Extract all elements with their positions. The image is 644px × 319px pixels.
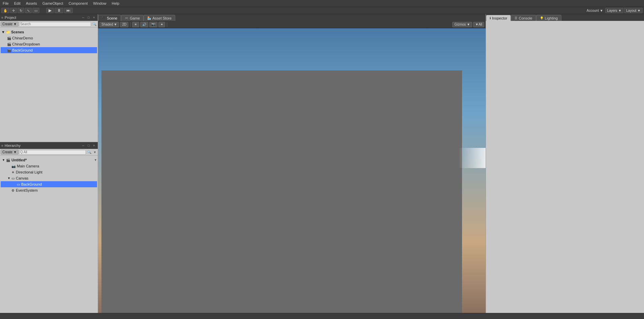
hierarchy-minimize-btn[interactable]: ─ — [81, 143, 86, 148]
project-search-input[interactable] — [19, 22, 91, 27]
menu-file[interactable]: File — [1, 1, 10, 5]
2d-label: 2D — [122, 23, 126, 26]
scene-view-toolbar: Shaded ▼ 2D ☀ 🔊 📷 ✦ Gizmos ▼ ▼All — [98, 21, 486, 28]
game-tab-label: Game — [130, 16, 140, 20]
menu-gameobject[interactable]: GameObject — [41, 1, 65, 5]
shading-dropdown[interactable]: Shaded ▼ — [99, 22, 119, 27]
inspector-tab-icon: ℹ — [490, 17, 491, 20]
scene-viewport[interactable] — [98, 28, 486, 313]
hierarchy-filter-btn[interactable]: ▼ — [93, 151, 97, 154]
left-panels: ≡ Project ─ □ × Create ▼ 🔍 ▼ 📁 Sc — [0, 14, 98, 313]
status-bar — [0, 313, 644, 319]
tab-asset-store[interactable]: 🏪 Asset Store — [144, 15, 175, 21]
tab-console[interactable]: ☰ Console — [511, 15, 536, 21]
hierarchy-search-input[interactable] — [19, 150, 86, 155]
project-panel: ≡ Project ─ □ × Create ▼ 🔍 ▼ 📁 Sc — [0, 14, 98, 142]
project-maximize-btn[interactable]: □ — [86, 15, 91, 20]
shading-label: Shaded — [101, 23, 113, 26]
tab-scene[interactable]: ⬛ Scene — [98, 15, 121, 21]
gizmos-dropdown[interactable]: Gizmos ▼ — [452, 22, 472, 27]
project-item-label-chinar-demo: ChinarDemo — [12, 36, 33, 40]
inspector-content — [486, 21, 644, 313]
tab-lighting[interactable]: 💡 Lighting — [536, 15, 562, 21]
event-system-label: EventSystem — [16, 188, 38, 192]
transform-scale-tool[interactable]: ⤡ — [25, 8, 32, 13]
scenes-folder[interactable]: ▼ 📁 Scenes — [1, 29, 97, 35]
console-tab-icon: ☰ — [515, 17, 517, 20]
hierarchy-directional-light[interactable]: ☀ Directional Light — [1, 169, 97, 175]
menu-component[interactable]: Component — [67, 1, 89, 5]
project-minimize-btn[interactable]: ─ — [81, 15, 86, 20]
scene-lights-btn[interactable]: ☀ — [132, 22, 139, 27]
hierarchy-panel: ≡ Hierarchy ─ □ × Create ▼ 🔍 ▼ ▼ 🎬 — [0, 142, 98, 313]
background-icon: ▭ — [17, 183, 20, 186]
asset-tab-icon: 🏪 — [147, 17, 151, 20]
menu-window[interactable]: Window — [92, 1, 108, 5]
project-create-btn[interactable]: Create ▼ — [1, 22, 19, 27]
transform-hand-tool[interactable]: ✋ — [1, 8, 9, 13]
hierarchy-canvas[interactable]: ▼ ▭ Canvas — [1, 175, 97, 181]
layers-all-btn[interactable]: ▼All — [473, 22, 484, 27]
step-button[interactable]: ⏭ — [64, 8, 73, 13]
main-layout: ≡ Project ─ □ × Create ▼ 🔍 ▼ 📁 Sc — [0, 14, 644, 313]
scene-name-label: Untitled* — [11, 158, 27, 162]
hierarchy-search-icon: 🔍 — [87, 150, 92, 154]
hierarchy-close-btn[interactable]: × — [92, 143, 96, 148]
scene-icon-1: 🎬 — [7, 36, 11, 40]
menu-edit[interactable]: Edit — [13, 1, 22, 5]
menu-help[interactable]: Help — [110, 1, 121, 5]
transform-move-tool[interactable]: ✛ — [10, 8, 17, 13]
scene-camera-btn[interactable]: 📷 — [149, 22, 157, 27]
menu-assets[interactable]: Assets — [25, 1, 38, 5]
right-panel: ℹ Inspector ☰ Console 💡 Lighting — [486, 14, 644, 313]
tab-inspector[interactable]: ℹ Inspector — [486, 15, 511, 21]
gizmos-label: Gizmos ▼ — [454, 23, 470, 26]
project-scenes-section: ▼ 📁 Scenes 🎬 ChinarDemo 🎬 ChinarDropdown… — [1, 29, 97, 53]
scene-tab-label: Scene — [107, 16, 117, 20]
hierarchy-panel-controls: ─ □ × — [81, 143, 96, 148]
project-item-label-background: BackGround — [12, 48, 33, 52]
hierarchy-event-system[interactable]: ⚙ EventSystem — [1, 187, 97, 193]
account-dropdown[interactable]: Account ▼ — [585, 9, 605, 12]
pause-button[interactable]: ⏸ — [55, 8, 63, 13]
canvas-arrow-icon: ▼ — [7, 177, 11, 180]
2d-toggle-btn[interactable]: 2D — [120, 22, 128, 27]
asset-tab-label: Asset Store — [152, 16, 172, 20]
transform-rotate-tool[interactable]: ↻ — [18, 8, 24, 13]
scene-collapse-arrow: ▼ — [2, 158, 5, 162]
project-close-btn[interactable]: × — [92, 15, 96, 20]
hierarchy-main-camera[interactable]: 📷 Main Camera — [1, 163, 97, 169]
transform-rect-tool[interactable]: ▭ — [32, 8, 39, 13]
lighting-tab-label: Lighting — [545, 16, 558, 20]
hierarchy-maximize-btn[interactable]: □ — [86, 143, 91, 148]
project-panel-title: Project — [5, 15, 16, 20]
scene-canvas-rect — [101, 70, 462, 313]
scenes-folder-label: Scenes — [11, 30, 24, 34]
project-panel-header: ≡ Project ─ □ × — [0, 14, 98, 21]
layers-all-label: ▼All — [475, 23, 482, 26]
camera-icon: 📷 — [11, 164, 16, 168]
project-panel-controls: ─ □ × — [81, 15, 96, 20]
layers-dropdown[interactable]: Layers ▼ — [605, 8, 624, 13]
tab-game[interactable]: 🎮 Game — [121, 15, 144, 21]
play-button[interactable]: ▶ — [46, 8, 54, 13]
project-item-background[interactable]: 🎬 BackGround — [1, 47, 97, 53]
layout-dropdown[interactable]: Layout ▼ — [624, 8, 643, 13]
scene-options-btn[interactable]: ▼ — [94, 158, 97, 162]
project-icon: ≡ — [1, 16, 3, 20]
eventsystem-icon: ⚙ — [11, 189, 14, 192]
scene-icon-2: 🎬 — [7, 42, 11, 46]
no-arrow-3 — [13, 183, 16, 186]
shading-arrow: ▼ — [114, 23, 117, 26]
hierarchy-background[interactable]: ▭ BackGround — [1, 181, 97, 187]
project-item-chinar-dropdown[interactable]: 🎬 ChinarDropdown — [1, 41, 97, 47]
scene-audio-btn[interactable]: 🔊 — [140, 22, 148, 27]
project-content: ▼ 📁 Scenes 🎬 ChinarDemo 🎬 ChinarDropdown… — [0, 28, 98, 142]
view-tabs: ⬛ Scene 🎮 Game 🏪 Asset Store — [98, 14, 486, 21]
background-label: BackGround — [21, 182, 42, 186]
hierarchy-scene-root[interactable]: ▼ 🎬 Untitled* ▼ — [1, 157, 97, 163]
hierarchy-create-btn[interactable]: Create ▼ — [1, 150, 19, 155]
hierarchy-panel-header: ≡ Hierarchy ─ □ × — [0, 142, 98, 149]
project-item-chinar-demo[interactable]: 🎬 ChinarDemo — [1, 35, 97, 41]
scene-fx-btn[interactable]: ✦ — [158, 22, 165, 27]
